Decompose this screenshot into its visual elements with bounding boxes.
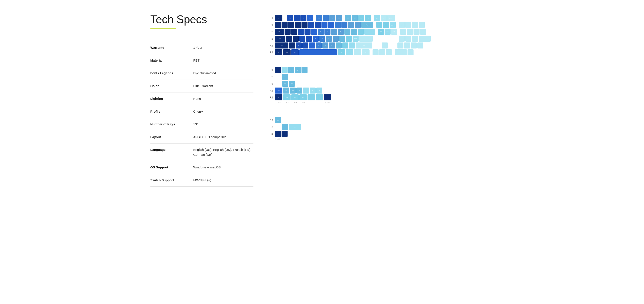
row-label: R4 xyxy=(266,44,273,47)
spec-label: Warranty xyxy=(150,42,193,54)
key xyxy=(407,29,413,35)
keys-group xyxy=(275,131,288,137)
key: num xyxy=(399,22,405,28)
key-row-extras-r4a: R4 shift iso sgm 0 ctrl alt xyxy=(266,88,494,94)
left-panel: Tech Specs Warranty 1 Year Material PBT … xyxy=(150,13,254,187)
key xyxy=(399,36,405,42)
key: pgup xyxy=(390,22,396,28)
keys-group: pipe xyxy=(275,74,288,80)
key: shift xyxy=(275,88,282,94)
key xyxy=(408,49,414,55)
keys-group: F6 spce pgdn end xyxy=(275,67,308,73)
key: spce xyxy=(283,94,290,100)
spec-value: MX-Style (+) xyxy=(193,174,254,187)
page-container: Tech Specs Warranty 1 Year Material PBT … xyxy=(150,8,494,187)
keys-group: l enter xyxy=(275,124,301,130)
key-row-r4-shift: R4 shift X C V B N M shift xyxy=(266,42,494,48)
key xyxy=(411,42,417,48)
keys-group: ctrl spce cmd opts xyxy=(275,94,331,100)
table-row: Language English (US), English (UK), Fre… xyxy=(150,144,254,161)
spec-value: 131 xyxy=(193,118,254,131)
key: backspace xyxy=(362,22,374,28)
key xyxy=(316,94,323,100)
key xyxy=(359,36,373,42)
row-label: R3 xyxy=(266,126,273,129)
keys-group: caps H J K L enter xyxy=(275,36,431,42)
table-row: OS Support Windows + macOS xyxy=(150,161,254,174)
main-keyboard-section: R1 esc F1 F2 F3 F4 F5 F6 F7 F8 xyxy=(266,15,494,56)
spec-label: Lighting xyxy=(150,92,193,105)
key xyxy=(299,49,337,55)
key: pipe xyxy=(282,74,288,80)
key xyxy=(400,29,406,35)
title-underline xyxy=(150,28,176,28)
key: spce xyxy=(288,67,294,73)
key xyxy=(328,22,334,28)
key: F1 xyxy=(287,15,293,21)
key: F7 xyxy=(330,15,336,21)
key: O xyxy=(331,29,337,35)
key: ins xyxy=(376,22,382,28)
keys-group: ctrl win alt alt ctrl xyxy=(275,49,414,55)
key-row-iso-r2: R2 entr xyxy=(266,117,494,123)
key: ctrl xyxy=(275,94,282,100)
key: tab xyxy=(275,29,284,35)
key: U xyxy=(318,29,324,35)
keys-group: backspace ins home pgup num xyxy=(275,22,425,28)
table-row: Number of Keys 131 xyxy=(150,118,254,131)
key: home xyxy=(383,22,389,28)
specs-table: Warranty 1 Year Material PBT Font / Lege… xyxy=(150,42,254,187)
key xyxy=(372,49,378,55)
key: H xyxy=(313,36,319,42)
key: l xyxy=(282,124,288,130)
key: F12 xyxy=(365,15,371,21)
key xyxy=(358,29,364,35)
key xyxy=(291,29,297,35)
key: P xyxy=(338,29,344,35)
key xyxy=(419,22,425,28)
key: enter xyxy=(289,124,301,130)
key xyxy=(295,22,301,28)
key-row-extras-r1: R1 F6 spce pgdn end xyxy=(266,67,494,73)
key xyxy=(306,36,312,42)
extras-keyboard-section: R1 F6 spce pgdn end R2 pipe xyxy=(266,67,494,104)
key xyxy=(354,49,362,55)
spec-label: Number of Keys xyxy=(150,118,193,131)
key: F11 xyxy=(358,15,364,21)
row-label: R4 xyxy=(266,96,273,99)
spec-value: Windows + macOS xyxy=(193,161,254,174)
key xyxy=(293,36,299,42)
key-row-extras-r4b: R4 ctrl spce cmd opts xyxy=(266,94,494,100)
key: win xyxy=(283,49,290,55)
keys-group: hash entr xyxy=(275,81,295,87)
key xyxy=(311,29,317,35)
key: F8 xyxy=(336,15,342,21)
key: entr xyxy=(275,117,281,123)
keys-group: shift X C V B N M shift xyxy=(275,42,424,48)
right-panel: R1 esc F1 F2 F3 F4 F5 F6 F7 F8 xyxy=(266,13,494,187)
key: sgm xyxy=(290,88,296,94)
keys-group: tab U I O P xyxy=(275,29,426,35)
key: F3 xyxy=(300,15,306,21)
key: F10 xyxy=(352,15,358,21)
key: X xyxy=(296,42,302,48)
key: F9 xyxy=(345,15,351,21)
key xyxy=(386,49,392,55)
row-label: R2 xyxy=(266,30,273,34)
key-row-r2: R2 tab U I O P xyxy=(266,29,494,35)
table-row: Layout ANSI + ISO compatible xyxy=(150,131,254,144)
spec-value: None xyxy=(193,92,254,105)
key xyxy=(419,36,431,42)
spec-value: Dye Sublimated xyxy=(193,67,254,80)
row-label: R4 xyxy=(266,132,273,136)
key-row-r1-num: R1 backs xyxy=(266,22,494,28)
key: end xyxy=(302,67,308,73)
spec-label: Material xyxy=(150,54,193,67)
key: N xyxy=(322,42,328,48)
key xyxy=(336,42,342,48)
key: V xyxy=(309,42,315,48)
key xyxy=(298,29,304,35)
key-row-r1-fn: R1 esc F1 F2 F3 F4 F5 F6 F7 F8 xyxy=(266,15,494,21)
key: ctrl xyxy=(362,49,370,55)
key: opts xyxy=(299,94,307,100)
